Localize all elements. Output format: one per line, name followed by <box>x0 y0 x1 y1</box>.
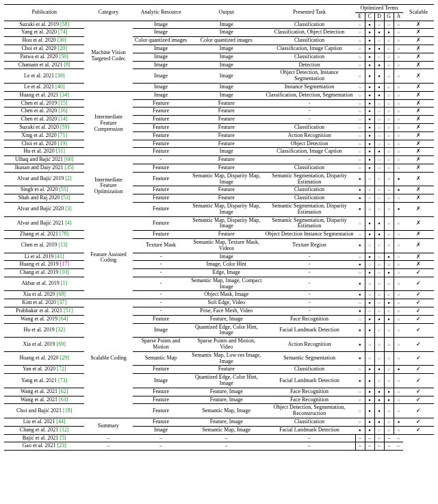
term-cell <box>384 388 394 396</box>
term-cell <box>384 404 394 418</box>
term-cell <box>384 323 394 338</box>
term-cell <box>355 366 365 374</box>
term-cell <box>355 123 365 131</box>
scalable-cell <box>403 194 434 203</box>
term-cell <box>394 238 403 253</box>
term-cell <box>355 396 365 404</box>
task-cell: Face Recognition <box>263 315 355 323</box>
publication-cell: Le et al. 2021 [39] <box>4 69 84 84</box>
resource-cell: - <box>133 277 190 291</box>
resource-cell: Feature <box>133 202 190 216</box>
term-cell <box>355 261 365 269</box>
term-cell: – <box>374 434 384 442</box>
scalable-cell <box>403 269 434 277</box>
term-cell <box>384 269 394 277</box>
task-cell: Classification <box>263 418 355 427</box>
task-cell: - <box>263 307 355 316</box>
output-cell: Feature <box>190 140 263 148</box>
task-cell: Classification, Image Caption <box>263 45 355 53</box>
task-cell: - <box>263 253 355 261</box>
term-cell <box>384 69 394 84</box>
term-cell <box>374 116 384 124</box>
term-cell <box>384 231 394 239</box>
term-cell <box>374 231 384 239</box>
publication-cell: Chen et al. 2019 [13] <box>4 238 84 253</box>
term-cell <box>394 323 403 338</box>
col-E: E <box>355 12 365 21</box>
term-cell <box>365 231 374 239</box>
term-cell <box>374 396 384 404</box>
resource-cell: - <box>133 269 190 277</box>
table-row: Chang et al. 2019 [10]-Edge, Image- <box>4 269 434 277</box>
term-cell <box>374 53 384 61</box>
publication-cell: Gao et al. 2021 [23] <box>4 442 84 451</box>
term-cell <box>365 388 374 396</box>
term-cell <box>394 426 403 434</box>
resource-cell: Feature <box>133 172 190 186</box>
output-cell: Quantized Edge, Color Hint, Image <box>190 323 263 338</box>
term-cell <box>355 148 365 156</box>
task-cell: Semantic Segmentation <box>263 351 355 366</box>
output-cell: Sparse Points and Motion, Video <box>190 338 263 352</box>
term-cell <box>384 172 394 186</box>
term-cell <box>394 21 403 29</box>
publication-cell: Alvar and Bajić 2019 [2] <box>4 172 84 186</box>
term-cell <box>384 366 394 374</box>
table-row: Hu et al. 2019 [32]ImageQuantized Edge, … <box>4 323 434 338</box>
term-cell <box>384 238 394 253</box>
resource-cell: Feature <box>133 108 190 116</box>
task-cell: Classification <box>263 366 355 374</box>
term-cell <box>394 418 403 427</box>
output-cell: Feature <box>190 231 263 239</box>
resource-cell: Feature <box>133 194 190 203</box>
scalable-cell <box>403 426 434 434</box>
term-cell <box>355 269 365 277</box>
publication-cell: Yang et al. 2021 [73] <box>4 374 84 388</box>
scalable-cell <box>403 238 434 253</box>
term-cell <box>394 172 403 186</box>
term-cell <box>384 45 394 53</box>
term-cell <box>394 202 403 216</box>
resource-cell: Feature <box>133 131 190 140</box>
task-cell: Classification <box>263 164 355 172</box>
col-task: Presented Task <box>263 5 355 21</box>
term-cell <box>384 202 394 216</box>
scalable-cell <box>403 404 434 418</box>
resource-cell: Feature <box>133 418 190 427</box>
scalable-cell <box>403 37 434 45</box>
resource-cell: Semantic Map <box>133 351 190 366</box>
publication-cell: Chang et al. 2021 [12] <box>4 426 84 434</box>
publication-cell: Shah and Raj 2020 [53] <box>4 194 84 203</box>
task-cell: Semantic Segmentation, Disparity Estimat… <box>263 172 355 186</box>
output-cell: Semantic Map, Image <box>190 404 263 418</box>
output-cell: Image <box>190 83 263 91</box>
publication-cell: Ikusan and Daiy 2021 [35] <box>4 164 84 172</box>
term-cell <box>365 202 374 216</box>
term-cell <box>365 315 374 323</box>
term-cell <box>374 108 384 116</box>
publication-cell: Alvar and Bajić 2020 [3] <box>4 202 84 216</box>
term-cell <box>365 123 374 131</box>
publication-cell: Huang et al. 2021 [34] <box>4 91 84 99</box>
output-cell: Semantic Map, Low-res Image, Image <box>190 351 263 366</box>
task-cell: Action Recognition <box>263 131 355 140</box>
term-cell <box>384 396 394 404</box>
term-cell <box>365 269 374 277</box>
term-cell <box>355 323 365 338</box>
publication-cell: Alvar and Bajić 2021 [4] <box>4 216 84 231</box>
output-cell: Feature <box>190 186 263 194</box>
resource-cell: - <box>133 299 190 307</box>
term-cell <box>355 307 365 316</box>
output-cell: Feature <box>190 164 263 172</box>
scalable-cell <box>403 261 434 269</box>
output-cell: Semantic Map, Disparity Map, Image <box>190 172 263 186</box>
task-cell: Classification, Object Detection <box>263 29 355 37</box>
output-cell: Object Mask, Image <box>190 291 263 299</box>
term-cell: – <box>374 442 384 451</box>
task-cell: – <box>190 434 263 442</box>
term-cell <box>355 418 365 427</box>
term-cell <box>355 426 365 434</box>
table-row: Chen et al. 2019 [15]FeatureFeature- <box>4 99 434 108</box>
publication-cell: Xing et al. 2020 [71] <box>4 131 84 140</box>
term-cell <box>384 277 394 291</box>
